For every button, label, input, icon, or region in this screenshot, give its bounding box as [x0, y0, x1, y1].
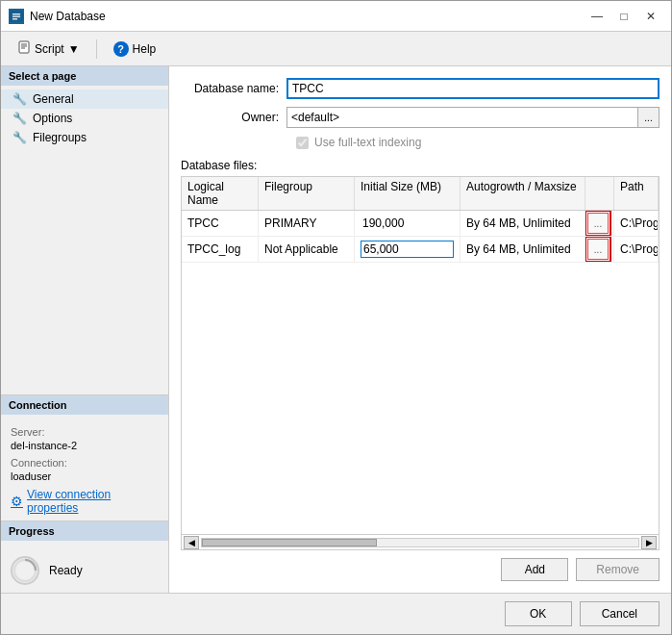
cancel-button[interactable]: Cancel [580, 601, 660, 626]
window-icon [9, 9, 24, 24]
svg-rect-4 [19, 41, 29, 53]
progress-section: Progress Ready [1, 521, 168, 593]
header-autogrowth: Autogrowth / Maxsize [460, 177, 585, 210]
ready-text: Ready [49, 564, 83, 577]
row1-autogrowth: By 64 MB, Unlimited [460, 211, 585, 236]
connection-details: Server: del-instance-2 Connection: loadu… [1, 420, 168, 521]
server-label: Server: [11, 426, 159, 438]
toolbar-separator [96, 39, 97, 59]
wrench-icon-general: 🔧 [12, 92, 27, 106]
header-path: Path [614, 177, 659, 210]
table-header: Logical Name Filegroup Initial Size (MB)… [182, 177, 659, 211]
script-button[interactable]: Script ▼ [9, 37, 88, 61]
close-button[interactable]: ✕ [638, 6, 663, 27]
header-logical: Logical Name [182, 177, 259, 210]
svg-rect-3 [12, 18, 17, 20]
script-dropdown-icon: ▼ [68, 42, 80, 56]
progress-area: Ready [1, 548, 168, 593]
row1-logical: TPCC [182, 211, 259, 236]
sidebar-item-options[interactable]: 🔧 Options [1, 109, 168, 128]
owner-input[interactable] [286, 107, 638, 128]
sidebar-label-general: General [33, 92, 74, 106]
select-page-header: Select a page [1, 66, 168, 86]
row2-filegroup: Not Applicable [259, 237, 355, 262]
row2-autogrowth: By 64 MB, Unlimited [460, 237, 585, 262]
sidebar-item-general[interactable]: 🔧 General [1, 89, 168, 109]
view-connection-link[interactable]: ⚙ View connection properties [11, 488, 159, 515]
server-value: del-instance-2 [11, 440, 159, 451]
svg-rect-1 [12, 13, 20, 15]
row1-browse-button[interactable]: ... [587, 213, 609, 234]
connection-link-icon: ⚙ [11, 494, 23, 509]
remove-button[interactable]: Remove [576, 558, 660, 581]
svg-rect-2 [12, 15, 20, 17]
connection-section: Connection Server: del-instance-2 Connec… [1, 394, 168, 521]
row1-filegroup: PRIMARY [259, 211, 355, 236]
connection-header: Connection [1, 395, 168, 415]
db-name-input[interactable] [286, 78, 660, 99]
db-name-label: Database name: [181, 82, 286, 95]
row2-size-input[interactable] [361, 241, 454, 258]
main-content: Select a page 🔧 General 🔧 Options 🔧 File… [1, 66, 671, 593]
window-controls: ― □ ✕ [585, 6, 663, 27]
scroll-thumb[interactable] [202, 539, 377, 546]
help-button[interactable]: ? Help [105, 38, 165, 61]
window-title: New Database [30, 10, 585, 23]
table-row: TPCC PRIMARY By 64 MB, Unlimited ... C:\… [182, 211, 659, 237]
row2-browse-button[interactable]: ... [587, 239, 609, 260]
view-connection-text: View connection properties [27, 488, 159, 515]
row1-size-input[interactable] [361, 216, 454, 231]
minimize-button[interactable]: ― [585, 6, 610, 27]
row2-path: C:\Program Files\ [614, 237, 659, 262]
owner-row: Owner: ... [181, 107, 660, 128]
content-area: Database name: Owner: ... Use full-text … [169, 66, 671, 593]
connection-label: Connection: [11, 457, 159, 469]
table-body: TPCC PRIMARY By 64 MB, Unlimited ... C:\… [182, 211, 659, 534]
progress-header: Progress [1, 521, 168, 541]
toolbar: Script ▼ ? Help [1, 32, 671, 66]
script-label: Script [35, 42, 64, 56]
fulltext-checkbox-row: Use full-text indexing [181, 136, 660, 149]
scroll-track[interactable] [201, 538, 639, 547]
add-button[interactable]: Add [501, 558, 568, 581]
sidebar-item-filegroups[interactable]: 🔧 Filegroups [1, 128, 168, 147]
header-size: Initial Size (MB) [355, 177, 460, 210]
row1-browse-cell: ... [585, 211, 614, 236]
dialog-footer: OK Cancel [1, 593, 671, 634]
row2-size[interactable] [355, 237, 460, 262]
wrench-icon-filegroups: 🔧 [12, 131, 27, 144]
scroll-right-arrow[interactable]: ▶ [641, 536, 657, 549]
progress-spinner [11, 556, 39, 585]
sidebar: Select a page 🔧 General 🔧 Options 🔧 File… [1, 66, 169, 593]
connection-value: loaduser [11, 470, 159, 482]
row1-path: C:\Program Files\ [614, 211, 659, 236]
horizontal-scrollbar[interactable]: ◀ ▶ [182, 534, 659, 549]
new-database-window: New Database ― □ ✕ Script ▼ ? Help [0, 0, 672, 635]
table-row: TPCC_log Not Applicable By 64 MB, Unlimi… [182, 237, 659, 263]
ok-button[interactable]: OK [505, 601, 572, 626]
fulltext-label: Use full-text indexing [314, 136, 421, 149]
owner-input-group: ... [286, 107, 660, 128]
row1-size[interactable] [355, 211, 460, 236]
fulltext-checkbox[interactable] [296, 137, 309, 149]
row2-browse-cell: ... [585, 237, 614, 262]
sidebar-label-filegroups: Filegroups [33, 131, 87, 144]
sidebar-label-options: Options [33, 112, 72, 125]
db-files-label: Database files: [181, 159, 660, 172]
help-label: Help [133, 42, 157, 56]
db-name-row: Database name: [181, 78, 660, 99]
table-action-buttons: Add Remove [181, 558, 660, 581]
title-bar: New Database ― □ ✕ [1, 1, 671, 32]
wrench-icon-options: 🔧 [12, 112, 27, 125]
scroll-left-arrow[interactable]: ◀ [184, 536, 199, 549]
script-icon [17, 40, 31, 57]
owner-browse-button[interactable]: ... [638, 107, 660, 128]
db-files-table: Logical Name Filegroup Initial Size (MB)… [181, 176, 660, 550]
header-browse [585, 177, 614, 210]
row2-logical: TPCC_log [182, 237, 259, 262]
sidebar-nav: 🔧 General 🔧 Options 🔧 Filegroups [1, 86, 168, 394]
owner-label: Owner: [181, 111, 286, 124]
header-filegroup: Filegroup [259, 177, 355, 210]
maximize-button[interactable]: □ [611, 6, 636, 27]
help-icon: ? [113, 41, 129, 57]
